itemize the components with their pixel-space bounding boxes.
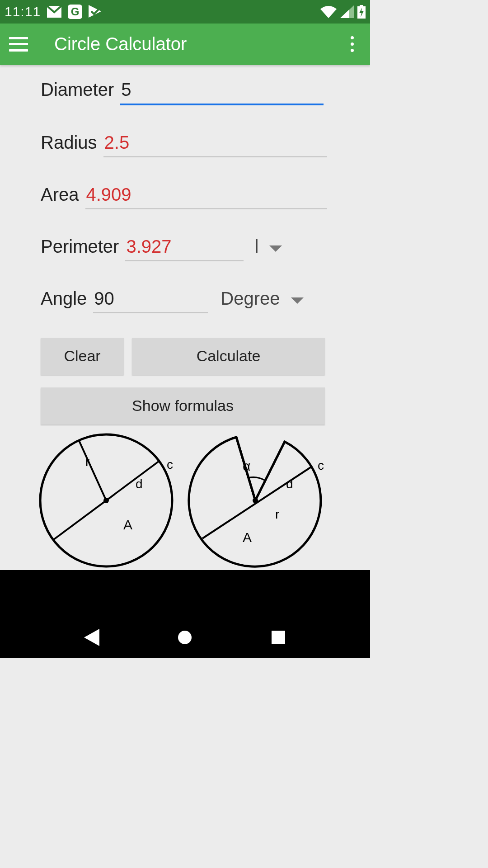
diagram-label-r: r	[275, 507, 279, 521]
svg-marker-3	[89, 5, 101, 18]
svg-line-13	[79, 441, 106, 500]
status-right	[320, 5, 366, 19]
menu-icon[interactable]	[9, 35, 28, 54]
diagram-label-c: c	[167, 458, 173, 472]
radius-label: Radius	[41, 132, 97, 153]
bottom-spacer	[0, 570, 370, 617]
svg-marker-19	[84, 629, 99, 646]
content-area: Diameter 5 Radius 2.5 Area 4.909 Perimet…	[0, 65, 370, 570]
chevron-down-icon	[269, 236, 282, 257]
status-bar: 11:11 G	[0, 0, 370, 24]
perimeter-row: Perimeter 3.927 l	[41, 236, 370, 261]
diameter-row: Diameter 5	[41, 79, 370, 105]
svg-point-18	[253, 498, 258, 503]
angle-input[interactable]: 90	[93, 288, 208, 313]
circle-diagram: r d A c	[38, 433, 174, 570]
area-label: Area	[41, 184, 79, 205]
home-button[interactable]	[176, 628, 194, 646]
perimeter-unit-dropdown[interactable]: l	[254, 236, 282, 257]
diagram-label-d: d	[286, 477, 293, 491]
area-row: Area 4.909	[41, 184, 370, 209]
perimeter-input[interactable]: 3.927	[125, 236, 244, 261]
wifi-icon	[320, 5, 337, 18]
clock: 11:11	[5, 4, 41, 19]
diagrams-area: r d A c α d r A c	[41, 433, 370, 570]
diameter-input[interactable]: 5	[120, 79, 324, 105]
back-button[interactable]	[83, 628, 101, 646]
angle-unit-value: Degree	[221, 288, 280, 309]
google-icon: G	[68, 5, 82, 19]
battery-charging-icon	[357, 5, 366, 19]
app-bar: Circle Calculator	[0, 24, 370, 65]
perimeter-label: Perimeter	[41, 236, 119, 257]
cell-signal-icon	[340, 5, 354, 18]
diagram-label-r: r	[85, 455, 89, 469]
svg-marker-5	[340, 9, 349, 18]
svg-point-20	[178, 631, 192, 644]
app-title: Circle Calculator	[54, 34, 187, 54]
chevron-down-icon	[291, 288, 304, 309]
overflow-menu-icon[interactable]	[343, 36, 361, 52]
svg-rect-21	[272, 631, 285, 644]
angle-label: Angle	[41, 288, 87, 309]
radius-input[interactable]: 2.5	[103, 132, 327, 157]
angle-unit-dropdown[interactable]: Degree	[221, 288, 303, 309]
radius-row: Radius 2.5	[41, 132, 370, 157]
play-verified-icon	[89, 5, 104, 19]
svg-marker-10	[291, 297, 304, 304]
svg-marker-9	[269, 245, 282, 252]
circle-sector-diagram: α d r A c	[188, 433, 328, 570]
diagram-label-A: A	[243, 530, 252, 545]
perimeter-unit-value: l	[254, 236, 258, 257]
area-input[interactable]: 4.909	[85, 184, 327, 209]
action-buttons-row: Clear Calculate	[41, 338, 370, 375]
diagram-label-c: c	[318, 458, 324, 472]
calculate-button[interactable]: Calculate	[132, 338, 325, 375]
clear-button[interactable]: Clear	[41, 338, 124, 375]
svg-line-16	[255, 442, 285, 500]
system-nav-bar	[0, 617, 370, 658]
show-formulas-button[interactable]: Show formulas	[41, 387, 325, 425]
svg-rect-7	[360, 5, 363, 6]
formulas-row: Show formulas	[41, 387, 370, 425]
gmail-icon	[47, 6, 61, 18]
recents-button[interactable]	[269, 628, 287, 646]
svg-point-14	[103, 498, 109, 503]
diagram-label-alpha: α	[243, 458, 250, 473]
svg-text:G: G	[71, 5, 80, 18]
angle-row: Angle 90 Degree	[41, 288, 370, 313]
status-left: 11:11 G	[5, 4, 104, 19]
diagram-label-A: A	[123, 517, 132, 532]
diameter-label: Diameter	[41, 80, 114, 100]
diagram-label-d: d	[136, 477, 143, 491]
